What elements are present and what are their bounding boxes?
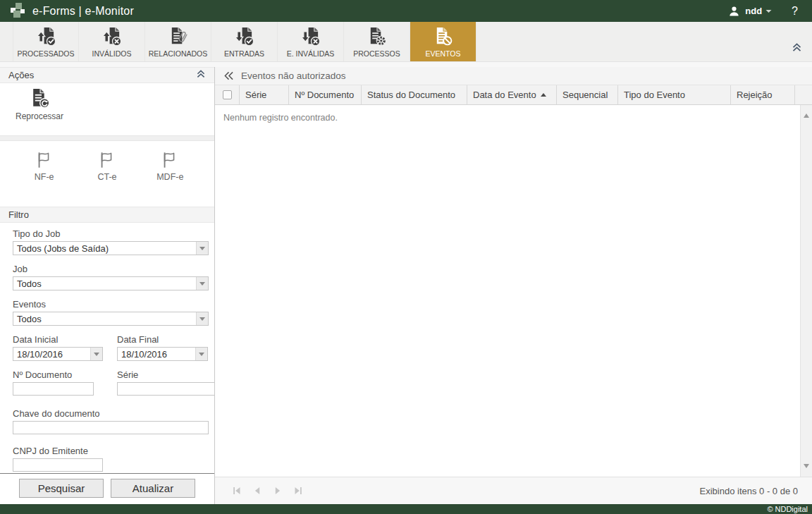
column-header-label: Rejeição (737, 90, 773, 100)
footer-bar: © NDDigital (0, 504, 812, 514)
chevron-down-icon[interactable] (765, 9, 772, 13)
data-inicial-label: Data Inicial (13, 334, 103, 345)
job-value: Todos (13, 279, 196, 289)
vertical-scrollbar[interactable] (800, 105, 812, 477)
flag-outline-icon (96, 151, 118, 169)
sidebar: Ações Reprocessar (0, 67, 215, 504)
flag-outline-icon (33, 151, 56, 169)
last-page-icon[interactable] (294, 487, 302, 495)
flag-outline-icon (159, 151, 181, 169)
flag-button-nfe[interactable]: NF-e (20, 151, 69, 182)
toolbar-tab-eventos[interactable]: EVENTOS (410, 22, 476, 61)
column-header-serie[interactable]: Série (240, 85, 289, 104)
column-header-rejeicao[interactable]: Rejeição (731, 85, 795, 104)
serie-label: Série (117, 369, 208, 380)
refresh-button[interactable]: Atualizar (111, 479, 195, 498)
search-button[interactable]: Pesquisar (19, 479, 104, 498)
column-header-status-documento[interactable]: Status do Documento (362, 85, 467, 104)
eventos-label: Eventos (13, 299, 208, 310)
chevron-down-icon[interactable] (196, 277, 208, 290)
select-all-cell (215, 85, 240, 104)
toolbar-tab-relacionados[interactable]: RELACIONADOS (145, 22, 211, 61)
data-inicial-picker[interactable]: 18/10/2016 (13, 347, 103, 361)
table-header-row: Série Nº Documento Status do Documento D… (215, 85, 812, 105)
doc-blocked-icon (433, 26, 453, 47)
data-final-picker[interactable]: 18/10/2016 (117, 347, 208, 361)
username-label[interactable]: ndd (745, 6, 762, 16)
chevron-down-icon[interactable] (196, 312, 208, 325)
job-select[interactable]: Todos (13, 276, 209, 290)
toolbar-tab-label: PROCESSADOS (17, 49, 74, 58)
serie-input[interactable] (117, 382, 214, 396)
column-header-label: Tipo do Evento (624, 90, 685, 100)
filter-header-label: Filtro (8, 209, 29, 220)
chevron-down-icon[interactable] (90, 348, 102, 360)
chevron-down-icon[interactable] (196, 242, 208, 255)
prev-page-icon[interactable] (253, 487, 262, 495)
cnpj-emitente-input[interactable] (13, 458, 103, 472)
actions-header-label: Ações (8, 70, 34, 80)
doc-upload-check-icon (36, 26, 56, 47)
app-window: e-Forms | e-Monitor ndd ? PROCESSADOS (0, 0, 812, 514)
doc-refresh-icon (29, 87, 51, 109)
double-chevron-up-icon (792, 43, 802, 52)
doc-download-x-icon (300, 26, 321, 47)
pagination-bar: Exibindo itens 0 - 0 de 0 (215, 477, 812, 504)
tipo-do-job-select[interactable]: Todos (Jobs de Saída) (13, 241, 209, 255)
sidebar-button-row: Pesquisar Atualizar (0, 473, 214, 504)
content-area: Ações Reprocessar (0, 62, 812, 504)
column-header-sequencial[interactable]: Sequencial (557, 85, 618, 104)
first-page-icon[interactable] (233, 487, 241, 495)
tipo-do-job-value: Todos (Jobs de Saída) (13, 243, 196, 254)
scroll-up-icon[interactable] (804, 114, 809, 118)
next-page-icon[interactable] (273, 487, 282, 495)
column-header-label: Série (245, 90, 266, 100)
doc-download-check-icon (234, 26, 254, 47)
toolbar-collapse-button[interactable] (792, 42, 802, 55)
double-chevron-up-icon (196, 70, 206, 78)
doc-gear-icon (367, 26, 387, 47)
reprocess-button[interactable]: Reprocessar (16, 87, 63, 121)
actions-collapse-button[interactable] (196, 70, 206, 80)
page-title: Eventos não autorizados (241, 71, 346, 81)
toolbar-tab-label: EVENTOS (426, 49, 461, 58)
toolbar-tab-label: INVÁLIDOS (92, 49, 131, 58)
toolbar-tab-invalidos[interactable]: INVÁLIDOS (79, 22, 145, 61)
scroll-down-icon[interactable] (804, 464, 809, 468)
toolbar-tab-e-invalidas[interactable]: E. INVÁLIDAS (278, 22, 344, 61)
toolbar-tab-label: PROCESSOS (353, 49, 400, 58)
doc-paperclip-icon (168, 26, 188, 47)
chave-documento-input[interactable] (13, 421, 209, 434)
main-area: Eventos não autorizados Série Nº Documen… (215, 67, 812, 504)
column-header-tipo-evento[interactable]: Tipo do Evento (618, 85, 731, 104)
column-header-data-evento[interactable]: Data do Evento (467, 85, 557, 104)
flag-button-cte[interactable]: CT-e (82, 151, 132, 182)
chave-documento-label: Chave do documento (13, 408, 208, 419)
numero-documento-input[interactable] (13, 382, 94, 396)
cnpj-emitente-label: CNPJ do Emitente (13, 446, 208, 456)
flag-label: MDF-e (156, 172, 183, 182)
double-chevron-left-icon[interactable] (223, 71, 234, 80)
select-all-checkbox[interactable] (223, 90, 232, 99)
toolbar-tab-label: ENTRADAS (224, 49, 264, 58)
flag-label: NF-e (35, 172, 54, 182)
eventos-select[interactable]: Todos (13, 312, 209, 326)
chevron-down-icon[interactable] (195, 348, 207, 360)
filter-panel-header: Filtro (0, 207, 214, 223)
column-header-numero-documento[interactable]: Nº Documento (289, 85, 362, 104)
flag-button-mdfe[interactable]: MDF-e (145, 151, 195, 182)
data-final-label: Data Final (117, 334, 208, 345)
toolbar-tab-entradas[interactable]: ENTRADAS (211, 22, 278, 61)
toolbar-tab-processados[interactable]: PROCESSADOS (13, 22, 79, 61)
job-label: Job (13, 264, 208, 274)
toolbar-tab-processos[interactable]: PROCESSOS (344, 22, 410, 61)
sidebar-divider (0, 135, 214, 141)
toolbar-tab-label: E. INVÁLIDAS (287, 49, 335, 58)
ndd-squares-logo-icon (8, 2, 25, 20)
table-body: Nenhum registro encontrado. (215, 105, 812, 477)
pagination-status: Exibindo itens 0 - 0 de 0 (700, 486, 798, 496)
reprocess-label: Reprocessar (16, 111, 63, 121)
main-toolbar: PROCESSADOS INVÁLIDOS RELACIONADOS (0, 22, 812, 62)
question-mark-icon[interactable]: ? (792, 5, 798, 18)
copyright-label: © NDDigital (767, 504, 808, 514)
